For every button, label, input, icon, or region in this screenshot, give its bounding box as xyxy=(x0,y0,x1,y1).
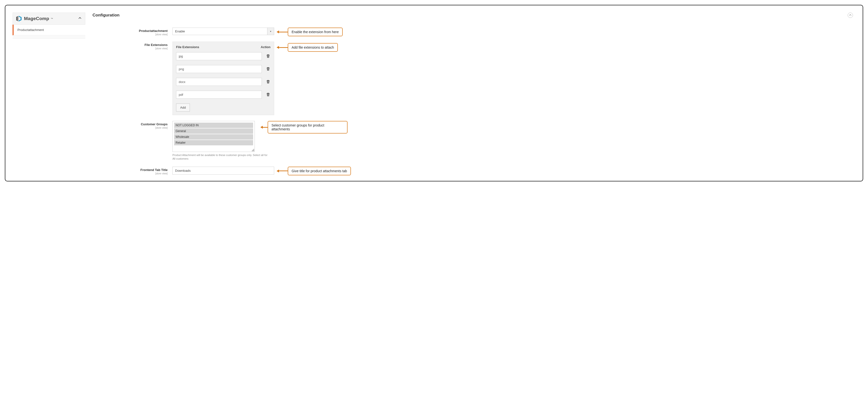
extension-row xyxy=(176,91,271,99)
field-scope: [store view] xyxy=(93,127,167,129)
field-file-extensions: File Extensions [store view] File Extens… xyxy=(93,42,856,115)
annotation-text: Give title for product attachments tab xyxy=(288,167,351,175)
trash-icon[interactable] xyxy=(266,93,271,97)
multiselect-option[interactable]: Wholesale xyxy=(174,134,253,140)
extension-row xyxy=(176,65,271,73)
select-value: Enable xyxy=(173,28,268,35)
main-content: Configuration Productattachment [store v… xyxy=(93,12,856,175)
field-label: Productattachment xyxy=(139,29,167,33)
field-customer-groups: Customer Groups [store view] NOT LOGGED … xyxy=(93,121,856,161)
arrow-tip-icon xyxy=(277,46,279,49)
sidebar-item-label: Productattachment xyxy=(18,28,44,32)
extension-input[interactable] xyxy=(176,52,262,60)
arrow-line xyxy=(279,47,288,48)
productattachment-select[interactable]: Enable ▾ xyxy=(173,28,274,35)
arrow-tip-icon xyxy=(277,170,279,172)
app-frame: MageComp™ Productattachment Configuratio… xyxy=(5,5,863,181)
sidebar: MageComp™ Productattachment xyxy=(12,12,85,39)
extension-row xyxy=(176,78,271,86)
field-label: File Extensions xyxy=(145,43,167,47)
arrow-line xyxy=(279,171,288,171)
field-scope: [store view] xyxy=(93,47,167,50)
trash-icon[interactable] xyxy=(266,80,271,84)
annotation-text: Enable the extension from here xyxy=(288,28,343,36)
annotation-1: Enable the extension from here xyxy=(277,28,343,36)
trash-icon[interactable] xyxy=(266,54,271,59)
chevron-up-icon xyxy=(78,16,82,21)
annotation-3: Select customer groups for product attac… xyxy=(260,121,347,134)
field-productattachment: Productattachment [store view] Enable ▾ … xyxy=(93,28,856,36)
arrow-line xyxy=(279,32,288,32)
caret-down-icon: ▾ xyxy=(270,30,271,33)
annotation-text: Add file extensions to attach xyxy=(288,43,338,52)
section-collapse-toggle[interactable] xyxy=(848,12,853,18)
field-scope: [store view] xyxy=(93,33,167,36)
svg-rect-1 xyxy=(18,16,18,21)
svg-rect-0 xyxy=(16,17,17,21)
multiselect-option[interactable]: General xyxy=(174,129,253,134)
multiselect-option[interactable]: NOT LOGGED IN xyxy=(174,123,253,128)
arrow-tip-icon xyxy=(277,31,279,33)
extension-input[interactable] xyxy=(176,91,262,99)
svg-marker-2 xyxy=(19,16,22,22)
add-extension-button[interactable]: Add xyxy=(176,104,190,111)
extension-input[interactable] xyxy=(176,78,262,86)
sidebar-section-header[interactable]: MageComp™ xyxy=(12,12,85,25)
sidebar-divider xyxy=(12,35,85,39)
multiselect-option[interactable]: Retailer xyxy=(174,140,253,145)
annotation-text: Select customer groups for product attac… xyxy=(268,121,347,134)
arrow-tip-icon xyxy=(260,126,263,129)
chevron-up-small-icon xyxy=(849,13,851,17)
sidebar-item-productattachment[interactable]: Productattachment xyxy=(12,25,85,35)
extension-row xyxy=(176,52,271,60)
field-note: Product Attachment will be available to … xyxy=(173,153,269,161)
customer-groups-multiselect[interactable]: NOT LOGGED IN General Wholesale Retailer xyxy=(173,121,255,152)
panel-header-left: File Extensions xyxy=(176,45,199,49)
annotation-2: Add file extensions to attach xyxy=(277,43,338,52)
field-label: Frontend Tab Title xyxy=(141,168,167,172)
field-label: Customer Groups xyxy=(141,123,167,126)
file-extensions-panel: File Extensions Action xyxy=(173,42,274,115)
panel-header-right: Action xyxy=(261,45,271,49)
brand-trademark: ™ xyxy=(51,18,53,20)
extension-input[interactable] xyxy=(176,65,262,73)
select-dropdown-button[interactable]: ▾ xyxy=(268,28,274,35)
brand-name: MageComp xyxy=(24,16,49,21)
arrow-line xyxy=(263,127,268,128)
brand-logo-wrap: MageComp™ xyxy=(16,16,53,22)
brand-logo-icon xyxy=(16,16,23,22)
field-frontend-tab-title: Frontend Tab Title [store view] Give tit… xyxy=(93,167,856,175)
resize-handle-icon[interactable] xyxy=(252,149,254,151)
page-title: Configuration xyxy=(93,13,119,18)
field-scope: [store view] xyxy=(93,172,167,175)
annotation-4: Give title for product attachments tab xyxy=(277,167,351,175)
frontend-tab-title-input[interactable] xyxy=(173,167,274,175)
trash-icon[interactable] xyxy=(266,67,271,71)
